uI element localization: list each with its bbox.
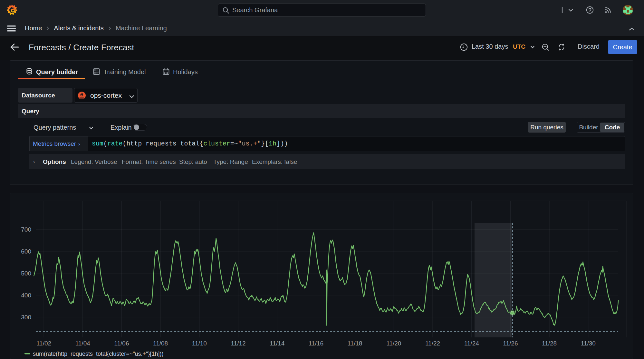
svg-text:11/26: 11/26 [503, 340, 518, 347]
svg-text:11/16: 11/16 [309, 340, 323, 347]
svg-text:300: 300 [21, 314, 31, 321]
svg-text:11/08: 11/08 [153, 340, 168, 347]
svg-text:11/30: 11/30 [581, 340, 596, 347]
svg-text:11/24: 11/24 [464, 340, 479, 347]
svg-text:11/28: 11/28 [542, 340, 557, 347]
svg-text:600: 600 [21, 248, 31, 255]
svg-text:400: 400 [21, 292, 31, 299]
svg-text:11/06: 11/06 [114, 340, 129, 347]
svg-text:11/20: 11/20 [386, 340, 401, 347]
svg-text:500: 500 [21, 270, 31, 277]
svg-text:11/18: 11/18 [348, 340, 362, 347]
svg-text:11/14: 11/14 [270, 340, 285, 347]
svg-text:11/02: 11/02 [36, 340, 51, 347]
svg-text:11/04: 11/04 [75, 340, 91, 347]
svg-text:sum(rate(http_requests_total{c: sum(rate(http_requests_total{cluster=~"u… [33, 351, 164, 357]
svg-text:11/22: 11/22 [425, 340, 440, 347]
svg-text:11/10: 11/10 [192, 340, 207, 347]
svg-text:700: 700 [21, 226, 31, 233]
svg-text:11/12: 11/12 [231, 340, 245, 347]
